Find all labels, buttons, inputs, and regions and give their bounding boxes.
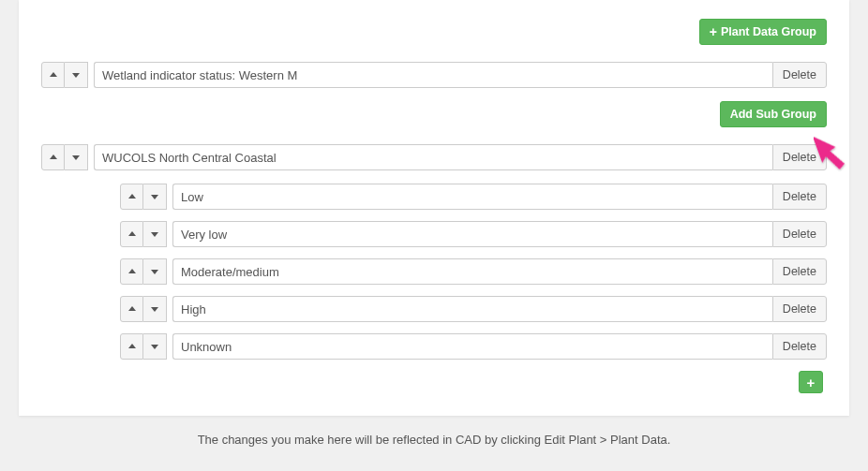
delete-button[interactable]: Delete xyxy=(772,62,827,88)
subgroup-row: Delete xyxy=(41,221,827,247)
chevron-up-icon xyxy=(49,153,58,162)
delete-button[interactable]: Delete xyxy=(772,184,827,210)
footer-note: The changes you make here will be reflec… xyxy=(0,416,868,447)
add-subgroup-button[interactable]: + xyxy=(799,371,823,393)
move-down-button[interactable] xyxy=(143,333,167,360)
move-up-button[interactable] xyxy=(120,221,143,247)
move-up-button[interactable] xyxy=(120,296,143,322)
subgroup-name-input[interactable] xyxy=(172,184,772,210)
subgroup-name-input[interactable] xyxy=(172,258,772,285)
move-up-button[interactable] xyxy=(120,258,143,285)
subgroup-row: Delete xyxy=(41,258,827,285)
delete-button[interactable]: Delete xyxy=(772,221,827,247)
delete-button[interactable]: Delete xyxy=(772,333,827,360)
move-down-button[interactable] xyxy=(65,62,88,88)
plant-data-group-label: Plant Data Group xyxy=(721,25,816,38)
plant-data-panel: + Plant Data Group Delete Add Sub Group … xyxy=(19,0,849,416)
chevron-down-icon xyxy=(150,229,159,239)
plus-icon: + xyxy=(710,25,717,38)
delete-button[interactable]: Delete xyxy=(772,296,827,322)
chevron-down-icon xyxy=(150,342,159,351)
chevron-up-icon xyxy=(127,229,137,239)
delete-button[interactable]: Delete xyxy=(772,144,827,170)
subgroup-name-input[interactable] xyxy=(172,296,772,322)
move-up-button[interactable] xyxy=(120,184,143,210)
group-name-input[interactable] xyxy=(94,144,772,170)
group-row: Delete xyxy=(41,62,827,88)
add-sub-group-button[interactable]: Add Sub Group xyxy=(720,101,827,127)
subgroup-actions: Add Sub Group xyxy=(41,101,827,127)
subgroup-name-input[interactable] xyxy=(172,333,772,360)
group-name-input[interactable] xyxy=(94,62,772,88)
top-actions: + Plant Data Group xyxy=(41,19,827,45)
chevron-down-icon xyxy=(150,267,159,276)
subgroup-area: Delete Delete Delete xyxy=(41,184,827,393)
move-down-button[interactable] xyxy=(65,144,88,170)
delete-button[interactable]: Delete xyxy=(772,258,827,285)
chevron-down-icon xyxy=(71,70,81,80)
chevron-up-icon xyxy=(127,342,137,351)
bottom-add-row: + xyxy=(41,371,827,393)
chevron-down-icon xyxy=(150,304,159,314)
plus-icon: + xyxy=(807,375,816,390)
chevron-down-icon xyxy=(150,192,159,201)
group-row: Delete xyxy=(41,144,827,170)
move-down-button[interactable] xyxy=(143,258,167,285)
subgroup-name-input[interactable] xyxy=(172,221,772,247)
chevron-up-icon xyxy=(49,70,58,80)
subgroup-row: Delete xyxy=(41,333,827,360)
plant-data-group-button[interactable]: + Plant Data Group xyxy=(699,19,827,45)
chevron-down-icon xyxy=(71,153,81,162)
move-down-button[interactable] xyxy=(143,296,167,322)
move-down-button[interactable] xyxy=(143,221,167,247)
chevron-up-icon xyxy=(127,304,137,314)
subgroup-row: Delete xyxy=(41,184,827,210)
subgroup-row: Delete xyxy=(41,296,827,322)
move-down-button[interactable] xyxy=(143,184,167,210)
chevron-up-icon xyxy=(127,267,137,276)
move-up-button[interactable] xyxy=(41,144,65,170)
chevron-up-icon xyxy=(127,192,137,201)
move-up-button[interactable] xyxy=(120,333,143,360)
move-up-button[interactable] xyxy=(41,62,65,88)
